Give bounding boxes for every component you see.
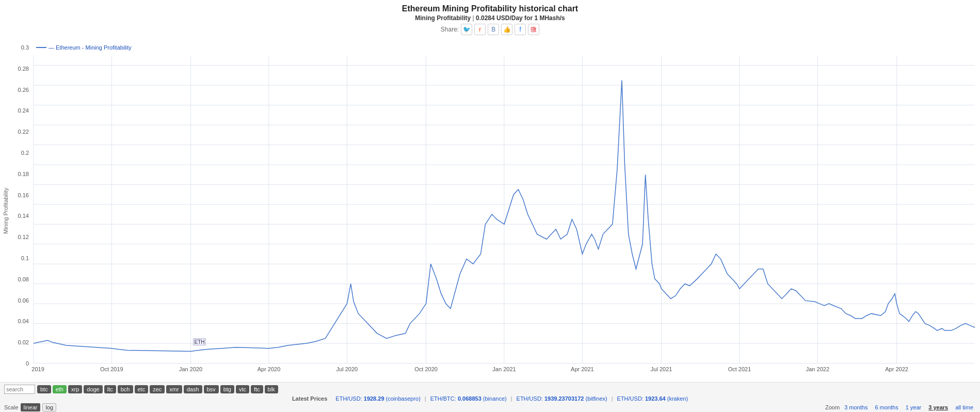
svg-text:Jul 2019: Jul 2019 [31,366,44,372]
price-eth-btc-binance: ETH/BTC: 0.068853 (binance) [430,395,507,402]
coin-tag-dash[interactable]: dash [184,385,202,393]
y-tick-0.16: 0.16 [13,192,29,198]
y-tick-0.24: 0.24 [13,107,29,114]
svg-text:Oct 2021: Oct 2021 [728,366,751,372]
coin-tag-xmr[interactable]: xmr [166,385,182,393]
y-tick-0.22: 0.22 [13,129,29,135]
price-sep-2: | [511,395,512,402]
svg-text:Jan 2020: Jan 2020 [179,366,202,372]
coin-tag-etc[interactable]: etc [135,385,149,393]
chart-svg-wrapper: — Ethereum - Mining Profitability Jul 20… [31,39,980,382]
y-tick-0.12: 0.12 [13,234,29,240]
zoom-alltime-btn[interactable]: all time [953,404,976,411]
svg-text:Jul 2020: Jul 2020 [336,366,358,372]
svg-text:Apr 2021: Apr 2021 [571,366,594,372]
chart-area: Mining Profitability 0.30.280.260.240.22… [0,39,980,382]
y-tick-0.2: 0.2 [13,150,29,156]
svg-text:Apr 2022: Apr 2022 [885,366,908,372]
price-eth-usd-kraken: ETH/USD: 1923.64 (kraken) [617,395,688,402]
chart-title: Ethereum Mining Profitability historical… [0,4,980,13]
scale-linear-btn[interactable]: linear [21,403,41,411]
y-tick-0.08: 0.08 [13,276,29,282]
y-tick-0.02: 0.02 [13,339,29,345]
facebook-share-btn[interactable]: f [515,24,526,35]
price-eth-usd-bitfinex: ETH/USD: 1939.23703172 (bitfinex) [517,395,607,402]
coin-tag-ftc[interactable]: ftc [251,385,263,393]
scale-label: Scale [4,404,19,410]
chart-header: Ethereum Mining Profitability historical… [0,0,980,37]
zoom-label: Zoom [825,404,840,410]
y-tick-0.3: 0.3 [13,44,29,51]
coin-tag-xrp[interactable]: xrp [68,385,82,393]
subtitle-value: 0.0284 USD/Day for 1 MHash/s [476,14,565,22]
coin-tag-ltc[interactable]: ltc [104,385,116,393]
zoom-3years-btn[interactable]: 3 years [926,404,951,411]
legend-text: — Ethereum - Mining Profitability [49,44,132,51]
page-wrapper: Ethereum Mining Profitability historical… [0,0,980,412]
share-label: Share: [441,26,459,33]
zoom-1year-btn[interactable]: 1 year [903,404,924,411]
coin-tag-blk[interactable]: blk [265,385,278,393]
zoom-6months-btn[interactable]: 6 months [872,404,901,411]
svg-text:ETH: ETH [195,339,205,345]
y-tick-0.18: 0.18 [13,171,29,177]
y-tick-0.28: 0.28 [13,66,29,72]
svg-text:Jul 2021: Jul 2021 [651,366,672,372]
y-tick-0: 0 [13,360,29,367]
svg-text:Jan 2022: Jan 2022 [806,366,829,372]
svg-text:Jan 2021: Jan 2021 [492,366,516,372]
coin-tag-eth[interactable]: eth [53,385,67,393]
chart-legend: — Ethereum - Mining Profitability [36,44,132,51]
subtitle-prefix: Mining Profitability [415,14,471,22]
y-axis-label: Mining Profitability [0,39,11,382]
scale-log-btn[interactable]: log [42,403,56,411]
vk-share-btn[interactable]: В [488,24,499,35]
svg-text:Oct 2020: Oct 2020 [414,366,438,372]
coin-tag-bsv[interactable]: bsv [204,385,219,393]
y-tick-0.04: 0.04 [13,318,29,324]
coin-tag-bch[interactable]: bch [118,385,133,393]
reddit-share-btn[interactable]: r [474,24,486,35]
share-row: Share: 🐦 r В 👍 f 微 [0,24,980,35]
y-tick-0.26: 0.26 [13,87,29,93]
y-tick-0.06: 0.06 [13,297,29,304]
zoom-3months-btn[interactable]: 3 months [842,404,870,411]
y-tick-0.1: 0.1 [13,255,29,261]
zoom-row: Zoom 3 months 6 months 1 year 3 years al… [825,404,976,411]
main-chart-svg: Jul 2019Oct 2019Jan 2020Apr 2020Jul 2020… [31,39,980,382]
coin-row: btcethxrpdogeltcbchetczecxmrdashbsvbtgvt… [4,385,976,394]
prices-label: Latest Prices [292,395,327,402]
bottom-controls: btcethxrpdogeltcbchetczecxmrdashbsvbtgvt… [0,382,980,412]
svg-text:Oct 2019: Oct 2019 [100,366,123,372]
price-sep-3: | [612,395,613,402]
weibo-share-btn[interactable]: 微 [528,24,539,35]
coin-tag-btc[interactable]: btc [37,385,51,393]
coin-tag-vtc[interactable]: vtc [236,385,249,393]
scale-row: Scale linear log [4,403,56,411]
search-input[interactable] [4,385,35,394]
bottom-row: Scale linear log Zoom 3 months 6 months … [4,403,976,411]
svg-text:Apr 2020: Apr 2020 [258,366,281,372]
coin-tag-btg[interactable]: btg [220,385,234,393]
y-tick-0.14: 0.14 [13,213,29,219]
chart-subtitle: Mining Profitability | 0.0284 USD/Day fo… [0,14,980,22]
price-sep-1: | [425,395,426,402]
price-eth-usd-coinbasepro: ETH/USD: 1928.29 (coinbasepro) [335,395,421,402]
coin-tag-doge[interactable]: doge [84,385,102,393]
coin-tags-container: btcethxrpdogeltcbchetczecxmrdashbsvbtgvt… [37,385,278,393]
like-share-btn[interactable]: 👍 [501,24,512,35]
y-tick-labels: 0.30.280.260.240.220.20.180.160.140.120.… [11,39,31,382]
chart-with-y: 0.30.280.260.240.220.20.180.160.140.120.… [11,39,980,382]
prices-row: Latest Prices ETH/USD: 1928.29 (coinbase… [4,395,976,402]
legend-line-icon [36,47,46,48]
twitter-share-btn[interactable]: 🐦 [461,24,472,35]
coin-tag-zec[interactable]: zec [150,385,165,393]
